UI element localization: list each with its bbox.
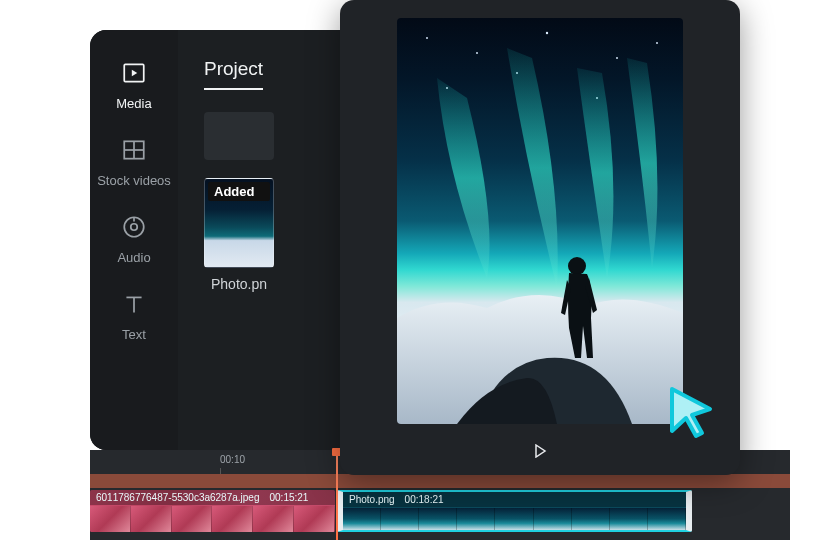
aurora-scene-icon xyxy=(397,18,683,424)
playhead[interactable] xyxy=(336,450,338,540)
sidebar-item-audio[interactable]: Audio xyxy=(117,214,150,265)
added-badge: Added xyxy=(208,182,270,201)
clip-filmstrip xyxy=(343,508,686,530)
sidebar-item-text[interactable]: Text xyxy=(121,292,147,343)
svg-point-13 xyxy=(656,42,658,44)
svg-point-17 xyxy=(568,257,586,275)
video-track[interactable]: 6011786776487-5530c3a6287a.jpeg 00:15:21… xyxy=(90,490,790,532)
sidebar-item-media[interactable]: Media xyxy=(116,60,151,111)
play-icon xyxy=(533,444,547,458)
clip-a[interactable]: 6011786776487-5530c3a6287a.jpeg 00:15:21 xyxy=(90,490,335,532)
svg-point-10 xyxy=(476,52,478,54)
svg-point-9 xyxy=(426,37,428,39)
svg-point-12 xyxy=(616,57,618,59)
tab-project[interactable]: Project xyxy=(204,58,263,90)
audio-icon xyxy=(121,214,147,244)
media-thumb-photo[interactable]: Added Photo.pn xyxy=(204,178,274,292)
preview-pane xyxy=(340,0,740,475)
media-icon xyxy=(121,60,147,90)
sidebar-item-label: Stock videos xyxy=(97,173,171,189)
sidebar-item-stock-videos[interactable]: Stock videos xyxy=(97,137,171,188)
clip-filename: Photo.png xyxy=(349,494,395,505)
timeline-gap-bar xyxy=(90,474,790,488)
sidebar-item-label: Text xyxy=(122,327,146,343)
text-icon xyxy=(121,292,147,322)
media-thumb-empty[interactable] xyxy=(204,112,274,160)
clip-filmstrip xyxy=(90,506,335,532)
stock-icon xyxy=(121,137,147,167)
sidebar-item-label: Media xyxy=(116,96,151,112)
clip-duration: 00:15:21 xyxy=(270,492,309,503)
play-button[interactable] xyxy=(527,438,553,464)
clip-b[interactable]: Photo.png 00:18:21 xyxy=(337,490,692,532)
thumb-filename: Photo.pn xyxy=(211,276,267,292)
clip-duration: 00:18:21 xyxy=(405,494,444,505)
preview-image xyxy=(397,18,683,424)
sidebar: Media Stock videos Audio Text xyxy=(90,30,178,450)
svg-point-5 xyxy=(131,224,138,231)
time-tick: 00:10 xyxy=(220,454,245,465)
svg-point-11 xyxy=(546,32,548,34)
sidebar-item-label: Audio xyxy=(117,250,150,266)
clip-filename: 6011786776487-5530c3a6287a.jpeg xyxy=(96,492,260,503)
